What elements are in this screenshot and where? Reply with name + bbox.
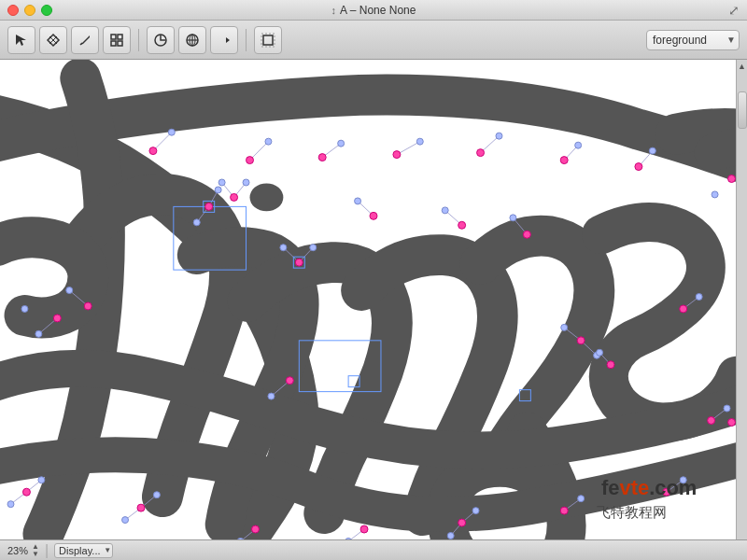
svg-point-80 — [370, 212, 377, 219]
svg-point-85 — [510, 215, 516, 221]
svg-line-0 — [80, 43, 82, 45]
svg-point-108 — [607, 361, 614, 369]
crop-tool[interactable] — [254, 26, 282, 54]
close-button[interactable] — [7, 5, 19, 16]
svg-point-75 — [286, 377, 293, 385]
svg-rect-3 — [111, 41, 116, 46]
foreground-dropdown-wrapper[interactable]: foreground background all ▼ — [646, 30, 740, 50]
svg-point-103 — [578, 496, 585, 502]
svg-point-78 — [280, 245, 287, 251]
svg-point-68 — [66, 287, 73, 294]
svg-point-58 — [265, 138, 272, 145]
svg-point-60 — [416, 138, 423, 145]
svg-point-67 — [84, 302, 92, 310]
svg-point-82 — [458, 221, 466, 229]
shape-tool[interactable] — [147, 26, 175, 54]
svg-point-56 — [635, 163, 642, 171]
svg-point-94 — [153, 492, 160, 498]
arrow-tool[interactable] — [210, 26, 238, 54]
svg-point-70 — [215, 187, 221, 193]
zoom-value: 23% — [7, 545, 28, 556]
svg-rect-4 — [118, 41, 122, 46]
canvas-area[interactable]: fevte.com 飞特教程网 ▲ — [0, 60, 747, 539]
traffic-lights — [7, 5, 52, 16]
svg-point-84 — [523, 231, 530, 238]
svg-point-97 — [360, 525, 368, 533]
svg-point-57 — [168, 129, 175, 135]
svg-point-90 — [7, 501, 14, 508]
title-icon: ↕ — [331, 5, 337, 16]
svg-point-54 — [477, 149, 485, 157]
svg-point-107 — [724, 405, 730, 412]
node-tool[interactable] — [39, 26, 67, 54]
toolbar-separator-1 — [138, 29, 139, 51]
selection-tool[interactable] — [7, 26, 35, 54]
svg-point-65 — [35, 330, 42, 337]
scroll-thumb-vertical[interactable] — [738, 91, 747, 129]
window-resize-icon[interactable]: ⤢ — [728, 3, 740, 18]
zoom-down-arrow[interactable]: ▼ — [32, 551, 39, 558]
svg-point-73 — [243, 179, 249, 186]
zoom-display: 23% ▲ ▼ — [7, 543, 39, 558]
svg-point-91 — [38, 477, 45, 483]
svg-point-79 — [310, 245, 317, 251]
svg-rect-10 — [263, 35, 273, 45]
svg-point-99 — [458, 519, 466, 526]
svg-point-51 — [247, 157, 254, 164]
title-bar: ↕ A – None None ⤢ — [0, 0, 747, 21]
svg-point-77 — [295, 259, 303, 266]
toolbar-separator-2 — [246, 29, 247, 51]
svg-point-95 — [252, 525, 260, 533]
maximize-button[interactable] — [41, 5, 52, 16]
svg-point-13 — [250, 183, 284, 211]
zoom-arrows[interactable]: ▲ ▼ — [32, 543, 39, 558]
svg-point-69 — [205, 203, 213, 210]
svg-point-59 — [338, 140, 345, 147]
svg-point-83 — [442, 207, 448, 214]
svg-point-61 — [496, 133, 502, 139]
canvas-content[interactable]: fevte.com 飞特教程网 ▲ — [0, 60, 747, 539]
toolbar: foreground background all ▼ — [0, 21, 747, 60]
svg-point-92 — [137, 504, 145, 511]
svg-point-101 — [472, 508, 479, 514]
pen-tool[interactable] — [71, 26, 99, 54]
svg-point-74 — [218, 179, 225, 186]
svg-point-50 — [149, 147, 157, 155]
svg-rect-1 — [111, 35, 116, 39]
frame-tool[interactable] — [103, 26, 131, 54]
display-dropdown-wrapper[interactable]: Display... Outline Normal Preview ▼ — [54, 543, 113, 558]
svg-point-63 — [649, 147, 655, 154]
scroll-up-arrow[interactable]: ▲ — [738, 60, 747, 73]
title-text: A – None None — [340, 4, 416, 17]
svg-point-109 — [597, 349, 603, 356]
svg-point-86 — [577, 337, 585, 344]
lettering-canvas: fevte.com 飞特教程网 — [0, 60, 747, 539]
svg-point-52 — [318, 154, 326, 161]
display-select[interactable]: Display... Outline Normal Preview — [54, 543, 113, 558]
svg-rect-2 — [118, 35, 122, 39]
transform-tool[interactable] — [178, 26, 206, 54]
svg-point-81 — [355, 198, 361, 204]
status-bar: 23% ▲ ▼ | Display... Outline Normal Prev… — [0, 539, 747, 560]
svg-point-76 — [268, 393, 275, 399]
scrollbar-vertical[interactable]: ▲ — [736, 60, 747, 539]
svg-point-102 — [560, 507, 568, 514]
svg-point-100 — [447, 533, 454, 539]
svg-point-64 — [53, 315, 61, 322]
svg-point-62 — [575, 142, 582, 148]
svg-point-110 — [680, 305, 687, 313]
svg-point-89 — [22, 488, 30, 496]
svg-point-71 — [193, 219, 200, 226]
foreground-select[interactable]: foreground background all — [646, 30, 740, 50]
foreground-dropdown-container: foreground background all ▼ — [646, 30, 740, 50]
svg-point-93 — [122, 517, 129, 524]
svg-text:飞特教程网: 飞特教程网 — [597, 504, 667, 520]
status-separator: | — [45, 542, 49, 559]
svg-point-113 — [728, 175, 736, 183]
svg-point-53 — [393, 151, 401, 159]
minimize-button[interactable] — [24, 5, 35, 16]
svg-point-111 — [696, 294, 702, 301]
svg-point-88 — [561, 324, 568, 330]
svg-point-55 — [560, 157, 568, 164]
svg-text:fevte.com: fevte.com — [601, 476, 697, 499]
